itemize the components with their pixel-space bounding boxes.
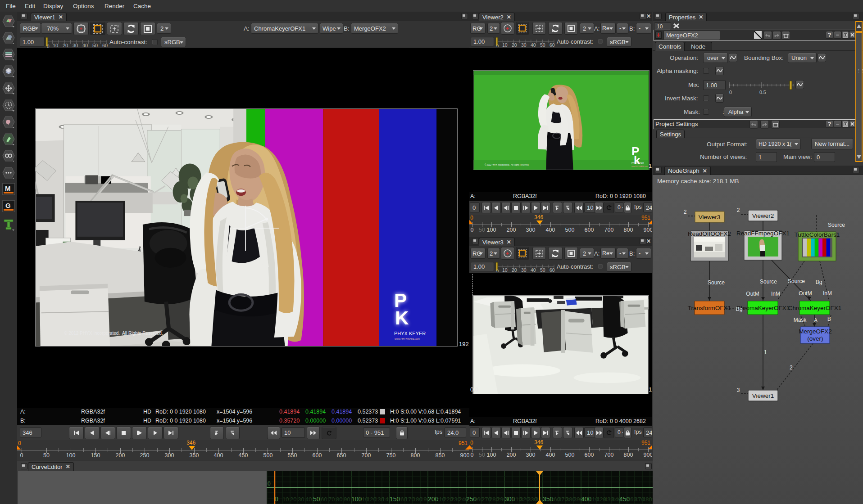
svg-text:30: 30 — [298, 496, 304, 503]
svg-text:ChromaKeyerOFX1: ChromaKeyerOFX1 — [788, 305, 842, 311]
svg-text:0: 0 — [268, 481, 271, 487]
svg-text:A: A — [814, 317, 818, 324]
svg-text:2: 2 — [684, 209, 687, 215]
svg-text:1: 1 — [764, 349, 767, 356]
svg-text:MergeOFX2: MergeOFX2 — [799, 328, 832, 335]
svg-text:OutM: OutM — [799, 290, 812, 297]
svg-text:90: 90 — [344, 496, 350, 503]
svg-text:InM: InM — [771, 291, 780, 297]
svg-text:Source: Source — [708, 279, 725, 286]
svg-text:Mask: Mask — [794, 317, 807, 323]
svg-text:2: 2 — [737, 207, 740, 213]
svg-text:70: 70 — [328, 496, 335, 503]
svg-text:ReadOIIOOFX2: ReadOIIOOFX2 — [688, 230, 731, 237]
svg-text:ChromaKeyerOFX1: ChromaKeyerOFX1 — [736, 305, 790, 311]
svg-text:10: 10 — [282, 496, 289, 503]
svg-text:Bg: Bg — [816, 279, 822, 285]
svg-text:(over): (over) — [807, 335, 823, 342]
svg-text:Source: Source — [828, 222, 845, 228]
svg-text:Viewer3: Viewer3 — [699, 214, 721, 220]
svg-text:Viewer1: Viewer1 — [752, 392, 774, 399]
svg-text:OutM: OutM — [746, 291, 759, 297]
svg-text:Source: Source — [760, 279, 777, 285]
svg-text:60: 60 — [321, 496, 327, 503]
svg-text:Source: Source — [788, 278, 805, 284]
svg-text:Memory cache size: 218.1 MB: Memory cache size: 218.1 MB — [657, 178, 739, 184]
svg-text:TuttleColorBars1: TuttleColorBars1 — [795, 231, 840, 238]
svg-text:ReadFFmpegOFX1: ReadFFmpegOFX1 — [736, 230, 790, 237]
svg-text:80: 80 — [336, 496, 342, 503]
svg-text:3: 3 — [737, 387, 740, 393]
svg-text:B: B — [827, 316, 831, 322]
svg-text:TransformOFX1: TransformOFX1 — [688, 305, 731, 311]
svg-text:20: 20 — [290, 496, 296, 503]
svg-text:40: 40 — [305, 496, 312, 503]
svg-text:InM: InM — [823, 290, 832, 297]
svg-text:50: 50 — [313, 495, 320, 503]
svg-text:Viewer2: Viewer2 — [752, 212, 774, 219]
svg-text:2: 2 — [790, 364, 793, 371]
svg-text:480: 480 — [642, 496, 652, 503]
svg-text:Bg: Bg — [736, 306, 743, 312]
